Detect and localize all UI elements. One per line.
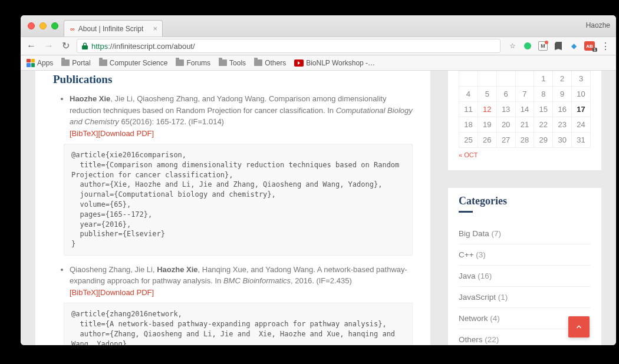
folder-icon (219, 59, 227, 66)
prev-month-link[interactable]: « OCT (459, 148, 478, 158)
category-item[interactable]: Big Data (7) (459, 223, 591, 244)
cal-cell[interactable]: 26 (478, 133, 496, 148)
cal-cell[interactable]: 19 (478, 117, 496, 133)
bookmark-folder-tools[interactable]: Tools (219, 59, 246, 67)
cal-cell[interactable]: 13 (496, 102, 515, 117)
cal-cell[interactable]: 16 (553, 102, 572, 117)
bookmark-label: Tools (229, 59, 246, 67)
category-name: Big Data (459, 229, 489, 238)
back-button[interactable]: ← (27, 41, 36, 51)
category-count: (22) (485, 335, 499, 344)
category-item[interactable]: C++ (3) (459, 244, 591, 266)
publication-item: Qiaosheng Zhang, Jie Li, Haozhe Xie, Han… (70, 264, 413, 345)
chrome-menu-icon[interactable]: ⋮ (601, 41, 610, 52)
close-window-button[interactable] (28, 22, 35, 29)
browser-tab[interactable]: ∞ About | Infinite Script × (64, 20, 163, 37)
bookmark-folder-forums[interactable]: Forums (176, 59, 210, 67)
bookmark-folder-cs[interactable]: Computer Science (99, 59, 168, 67)
cal-cell[interactable]: 31 (572, 133, 591, 148)
cal-cell[interactable]: 9 (553, 87, 572, 102)
category-count: (7) (492, 229, 502, 238)
cal-cell[interactable]: 14 (515, 102, 534, 117)
cal-cell[interactable]: 18 (459, 117, 478, 133)
author-bold: Haozhe Xie (70, 94, 110, 103)
cal-cell[interactable]: 30 (553, 133, 572, 148)
categories-heading: Categories (459, 195, 591, 207)
adblock-extension-icon[interactable]: AB (584, 41, 595, 51)
cal-cell[interactable]: 15 (534, 102, 553, 117)
diamond-extension-icon[interactable]: ◆ (569, 41, 578, 51)
cal-cell[interactable]: 4 (459, 87, 478, 102)
cal-cell[interactable]: 7 (515, 87, 534, 102)
extension-green-icon[interactable] (523, 41, 532, 51)
extension-icons: ☆ M ◆ AB ⋮ (508, 41, 610, 52)
heading-underline (459, 211, 473, 213)
main-content: Publications Haozhe Xie, Jie Li, Qiaoshe… (35, 71, 430, 345)
cal-cell[interactable] (496, 71, 515, 87)
download-pdf-link[interactable]: [Download PDF] (98, 129, 154, 138)
bibtex-block: @article{xie2016comparison, title={Compa… (64, 144, 413, 256)
cal-cell[interactable]: 29 (534, 133, 553, 148)
cal-cell[interactable] (515, 71, 534, 87)
tab-bar: ∞ About | Infinite Script × Haozhe (21, 15, 616, 37)
cal-cell[interactable]: 11 (459, 102, 478, 117)
cal-cell[interactable] (459, 71, 478, 87)
bibtex-link[interactable]: [BibTeX] (70, 129, 98, 138)
category-name: JavaScript (459, 293, 496, 302)
calendar-widget: 123 45678910 11121314151617 181920212223… (448, 71, 601, 170)
cal-cell[interactable]: 27 (496, 133, 515, 148)
cal-cell[interactable]: 8 (534, 87, 553, 102)
category-item[interactable]: JavaScript (1) (459, 287, 591, 308)
bookmark-youtube[interactable]: BioNLP Workshop -… (294, 59, 375, 67)
download-pdf-link[interactable]: [Download PDF] (98, 288, 154, 297)
cal-cell[interactable]: 3 (572, 71, 591, 87)
gmail-extension-icon[interactable]: M (538, 41, 548, 51)
cal-cell[interactable]: 20 (496, 117, 515, 133)
bookmark-label: Forums (186, 59, 210, 67)
cal-cell[interactable]: 25 (459, 133, 478, 148)
tab-title: About | Infinite Script (78, 25, 144, 33)
cal-cell[interactable]: 22 (534, 117, 553, 133)
calendar-table: 123 45678910 11121314151617 181920212223… (459, 71, 591, 148)
forward-button[interactable]: → (44, 41, 54, 51)
cal-cell[interactable]: 21 (515, 117, 534, 133)
bookmark-star-icon[interactable]: ☆ (508, 41, 517, 51)
cal-cell[interactable]: 28 (515, 133, 534, 148)
cal-cell[interactable]: 24 (572, 117, 591, 133)
journal-italic: BMC Bioinformatics (223, 276, 291, 285)
url-protocol: https (91, 42, 108, 51)
cal-cell[interactable]: 10 (572, 87, 591, 102)
cal-cell-today[interactable]: 17 (572, 102, 591, 117)
category-count: (4) (490, 314, 500, 323)
folder-icon (254, 59, 262, 66)
category-count: (16) (478, 272, 492, 280)
page-viewport[interactable]: Publications Haozhe Xie, Jie Li, Qiaoshe… (21, 71, 616, 345)
bookmark-folder-portal[interactable]: Portal (61, 59, 90, 67)
category-name: C++ (459, 250, 474, 259)
window-controls (28, 22, 58, 29)
folder-icon (176, 59, 184, 66)
cal-cell[interactable]: 1 (534, 71, 553, 87)
bibtex-link[interactable]: [BibTeX] (70, 288, 98, 297)
category-count: (1) (498, 293, 508, 302)
close-tab-icon[interactable]: × (153, 24, 157, 33)
category-item[interactable]: Java (16) (459, 266, 591, 287)
cal-cell[interactable]: 2 (553, 71, 572, 87)
scroll-to-top-button[interactable] (568, 316, 590, 337)
cal-cell[interactable]: 6 (496, 87, 515, 102)
evernote-extension-icon[interactable] (554, 41, 563, 51)
bibtex-block: @article{zhang2016network, title={A netw… (64, 303, 413, 345)
cal-cell[interactable]: 5 (478, 87, 496, 102)
apps-button[interactable]: Apps (27, 59, 53, 67)
profile-button[interactable]: Haozhe (586, 21, 610, 29)
reload-button[interactable]: ↻ (62, 41, 70, 51)
cal-cell[interactable] (478, 71, 496, 87)
cal-cell[interactable]: 23 (553, 117, 572, 133)
browser-window: ∞ About | Infinite Script × Haozhe ← → ↻… (21, 15, 616, 345)
bookmark-folder-others[interactable]: Others (254, 59, 286, 67)
minimize-window-button[interactable] (39, 22, 47, 29)
url-input[interactable]: https://infinitescript.com/about/ (77, 39, 501, 53)
cal-cell-highlighted[interactable]: 12 (478, 102, 496, 117)
maximize-window-button[interactable] (51, 22, 58, 29)
category-count: (3) (476, 250, 486, 259)
